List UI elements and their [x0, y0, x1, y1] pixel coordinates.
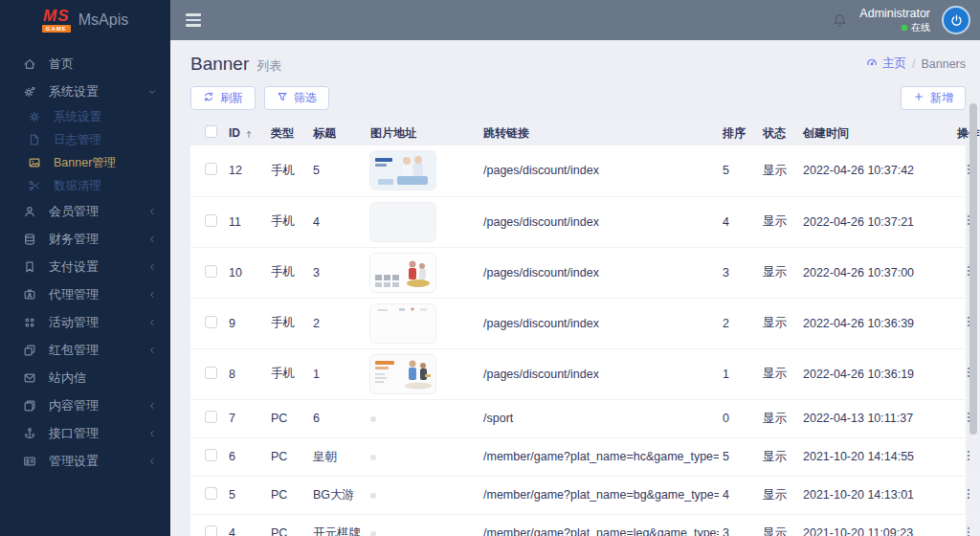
cog-icon	[26, 110, 43, 123]
cell-title: 1	[309, 348, 367, 399]
table-row: 5PCBG大游/member/game?plat_name=bg&game_ty…	[190, 476, 980, 514]
sort-up-icon[interactable]	[243, 128, 255, 140]
scrollbar-thumb[interactable]	[969, 103, 977, 435]
sidebar-item-payment-settings[interactable]: 支付设置	[0, 253, 170, 280]
row-checkbox[interactable]	[205, 316, 217, 328]
broken-image-dot	[370, 416, 376, 422]
sidebar-item-label: 系统设置	[54, 109, 157, 125]
cell-status: 显示	[759, 399, 799, 437]
cell-status: 显示	[759, 514, 799, 536]
cell-status: 显示	[759, 145, 799, 196]
home-icon	[21, 57, 38, 71]
chevron-left-icon	[147, 346, 157, 355]
sidebar-item-finance-management[interactable]: 财务管理	[0, 225, 170, 253]
brand-name: MsApis	[78, 11, 128, 29]
refresh-button[interactable]: 刷新	[190, 86, 256, 110]
row-actions-button[interactable]	[962, 487, 975, 501]
sidebar-item-log-management[interactable]: 日志管理	[0, 128, 170, 151]
cell-sort: 1	[719, 348, 759, 399]
broken-image-dot	[370, 493, 376, 499]
cell-created: 2022-04-26 10:36:39	[799, 298, 941, 348]
table-row: 7PC6/sport0显示2022-04-13 10:11:37	[190, 399, 980, 437]
header-link: 跳转链接	[479, 121, 719, 145]
header-created: 创建时间	[799, 121, 941, 145]
envelope-icon	[21, 371, 38, 385]
row-checkbox[interactable]	[205, 411, 217, 423]
sidebar-item-agent-management[interactable]: 代理管理	[0, 280, 170, 308]
banner-thumbnail[interactable]	[370, 203, 435, 241]
anchor-icon	[21, 427, 38, 440]
banner-thumbnail[interactable]	[370, 254, 435, 292]
cell-link: /pages/discount/index	[479, 348, 719, 399]
cell-id: 4	[225, 514, 267, 536]
cell-sort: 3	[719, 247, 759, 298]
cell-title: 4	[309, 196, 367, 247]
cell-image	[367, 476, 479, 514]
row-checkbox[interactable]	[205, 487, 217, 500]
select-all-checkbox[interactable]	[205, 125, 217, 138]
chevron-left-icon	[147, 234, 157, 244]
row-checkbox[interactable]	[205, 525, 217, 536]
sidebar-item-admin-settings[interactable]: 管理设置	[0, 447, 170, 475]
menu-toggle-icon[interactable]	[180, 6, 209, 34]
banner-thumbnail[interactable]	[370, 355, 435, 393]
sidebar-item-label: 管理设置	[49, 453, 147, 470]
row-actions-button[interactable]	[962, 449, 975, 462]
brand-logo-game: GAME	[42, 25, 71, 33]
brand[interactable]: MS GAME MsApis	[0, 0, 170, 40]
logout-power-button[interactable]	[942, 6, 970, 34]
cell-link: /pages/discount/index	[479, 298, 719, 348]
row-checkbox[interactable]	[205, 163, 217, 175]
sidebar-item-label: 数据清理	[54, 178, 157, 194]
online-status-label: 在线	[911, 22, 930, 34]
cell-created: 2021-10-20 14:14:55	[799, 437, 941, 476]
cell-id: 11	[225, 196, 267, 247]
header-status: 状态	[759, 121, 799, 145]
file-icon	[26, 133, 43, 146]
cell-image	[367, 514, 479, 536]
sidebar-item-content-management[interactable]: 内容管理	[0, 391, 170, 419]
banner-thumbnail[interactable]	[370, 304, 435, 343]
sidebar-item-home[interactable]: 首页	[0, 50, 170, 78]
cell-type: 手机	[267, 298, 309, 348]
sidebar-item-site-mail[interactable]: 站内信	[0, 364, 170, 391]
sidebar-item-system-settings[interactable]: 系统设置	[0, 78, 170, 105]
breadcrumb-home-link[interactable]: 主页	[866, 56, 906, 72]
row-checkbox[interactable]	[205, 265, 217, 278]
row-checkbox[interactable]	[205, 214, 217, 227]
add-button[interactable]: 新增	[901, 86, 966, 110]
row-actions-button[interactable]	[962, 525, 975, 536]
cell-created: 2022-04-26 10:37:00	[799, 247, 941, 298]
plus-icon	[913, 91, 924, 105]
banner-thumbnail[interactable]	[370, 151, 435, 190]
cell-created: 2022-04-26 10:37:21	[799, 196, 941, 247]
chevron-left-icon	[147, 262, 157, 272]
filter-button[interactable]: 筛选	[264, 86, 329, 110]
add-button-label: 新增	[930, 90, 953, 106]
sidebar-item-label: Banner管理	[54, 155, 157, 171]
user-menu[interactable]: Administrator 在线	[859, 7, 930, 34]
sidebar-item-activity-management[interactable]: 活动管理	[0, 308, 170, 336]
sidebar-item-member-management[interactable]: 会员管理	[0, 197, 170, 225]
filter-icon	[277, 91, 288, 105]
cell-link: /member/game?plat_name=leg&game_type=7	[479, 514, 719, 536]
chevron-left-icon	[147, 207, 157, 216]
bell-icon[interactable]	[832, 12, 848, 29]
sidebar-item-banner-management[interactable]: Banner管理	[0, 151, 170, 174]
sidebar-item-api-management[interactable]: 接口管理	[0, 419, 170, 447]
cell-sort: 4	[719, 196, 759, 247]
cell-type: 手机	[267, 145, 309, 196]
user-status: 在线	[859, 22, 930, 34]
clone-icon	[21, 344, 38, 357]
cell-type: 手机	[267, 348, 309, 399]
header-id[interactable]: ID	[225, 121, 267, 145]
cell-status: 显示	[759, 196, 799, 247]
sidebar-item-system-settings-sub[interactable]: 系统设置	[0, 105, 170, 128]
sidebar-item-data-cleanup[interactable]: 数据清理	[0, 174, 170, 197]
table-row: 9手机2/pages/discount/index2显示2022-04-26 1…	[190, 298, 980, 348]
cell-sort: 3	[719, 514, 759, 536]
row-checkbox[interactable]	[205, 367, 217, 379]
sidebar-item-redpacket-management[interactable]: 红包管理	[0, 336, 170, 364]
sidebar-item-label: 站内信	[49, 369, 157, 387]
row-checkbox[interactable]	[205, 449, 217, 461]
